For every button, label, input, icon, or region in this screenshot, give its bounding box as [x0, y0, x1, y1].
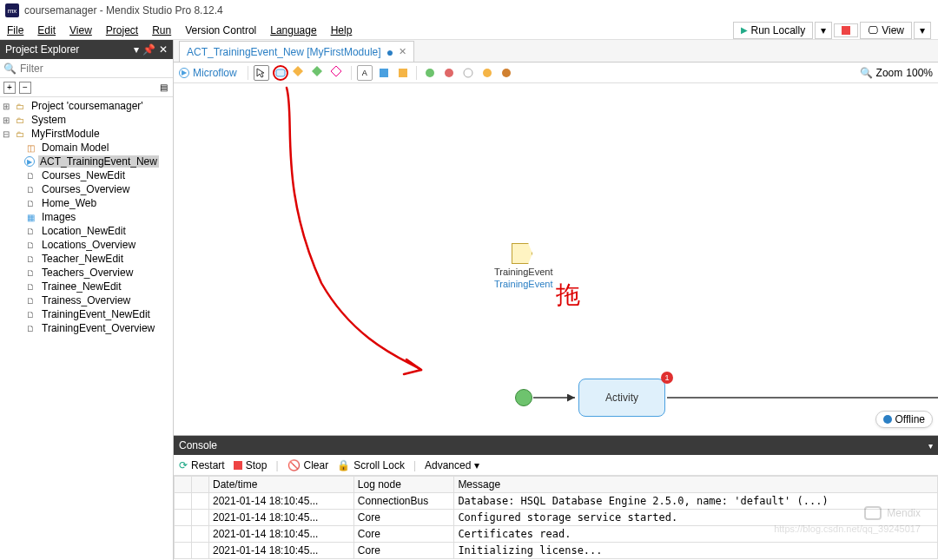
console-restart-button[interactable]: ⟳Restart [179, 459, 225, 471]
menu-project[interactable]: Project [99, 23, 145, 38]
offline-dot-icon [883, 415, 892, 424]
console-row[interactable]: 2021-01-14 18:10:45...CoreConfigured sto… [175, 510, 938, 526]
tool-merge[interactable] [330, 65, 346, 81]
tree-item-teacher-newedit[interactable]: 🗋Teacher_NewEdit [0, 252, 173, 266]
tree-item-myfirstmodule[interactable]: ⊟🗀MyFirstModule [0, 127, 173, 141]
console-clear-button[interactable]: 🚫Clear [287, 459, 329, 471]
search-icon: 🔍 [3, 63, 17, 75]
tree-item-home-web[interactable]: 🗋Home_Web [0, 196, 173, 210]
microflow-label: Microflow [193, 67, 237, 79]
menu-view[interactable]: View [63, 23, 99, 38]
tree-options-button[interactable]: ▤ [157, 82, 169, 94]
tree-item-courses-overview[interactable]: 🗋Courses_Overview [0, 182, 173, 196]
tree-toggle-icon[interactable]: ⊟ [2, 129, 10, 139]
parameter-shape[interactable] [512, 243, 532, 264]
close-tab-icon[interactable]: ✕ [399, 46, 406, 57]
explorer-header: Project Explorer ▾ 📌 ✕ [0, 40, 173, 59]
svg-point-10 [502, 69, 511, 77]
tool-end-event[interactable] [441, 65, 457, 81]
menu-help[interactable]: Help [324, 23, 360, 38]
tool-continue-event[interactable] [479, 65, 495, 81]
page-icon: 🗋 [24, 253, 36, 265]
tree-item-system[interactable]: ⊞🗀System [0, 113, 173, 127]
expand-all-button[interactable]: + [3, 82, 16, 94]
tree-item-trainee-newedit[interactable]: 🗋Trainee_NewEdit [0, 280, 173, 293]
menu-run[interactable]: Run [145, 23, 178, 38]
close-icon[interactable]: ✕ [159, 43, 168, 56]
page-icon: 🗋 [24, 239, 36, 251]
offline-pill[interactable]: Offline [875, 411, 933, 428]
tree-toggle-icon[interactable]: ⊞ [2, 102, 10, 111]
dirty-indicator-icon: ● [386, 45, 393, 59]
svg-point-7 [445, 69, 453, 77]
tree-toggle-icon[interactable]: ⊞ [2, 115, 10, 125]
tree-item-label: Trainess_Overview [40, 294, 132, 306]
tree-item-locations-overview[interactable]: 🗋Locations_Overview [0, 238, 173, 252]
tab-act-trainingevent-new[interactable]: ACT_TrainingEvent_New [MyFirstModule] ● … [179, 41, 414, 62]
page-icon: 🗋 [24, 294, 36, 306]
stop-run-button[interactable] [834, 23, 858, 37]
page-icon: 🗋 [24, 183, 36, 195]
collapse-all-button[interactable]: − [19, 82, 31, 94]
tool-error-event[interactable] [460, 65, 476, 81]
tool-decision-green[interactable] [311, 65, 327, 81]
error-badge[interactable]: 1 [661, 372, 673, 384]
tool-decision-orange[interactable] [292, 65, 307, 81]
chevron-down-icon[interactable]: ▾ [134, 43, 139, 56]
tree-item-project-coursemanager-[interactable]: ⊞🗀Project 'coursemanager' [0, 99, 173, 113]
restart-icon: ⟳ [179, 459, 188, 471]
folder-icon: 🗀 [14, 100, 26, 112]
activity-node[interactable]: Activity [578, 379, 665, 417]
console-col-icon2 [192, 477, 209, 493]
tool-start-event[interactable] [422, 65, 438, 81]
monitor-icon: 🖵 [868, 24, 878, 36]
view-app-dropdown[interactable]: ▾ [914, 22, 931, 39]
console-advanced-dropdown[interactable]: Advanced ▾ [425, 459, 479, 471]
project-explorer-panel: Project Explorer ▾ 📌 ✕ 🔍 + − ▤ ⊞🗀Project… [0, 40, 174, 560]
console-col-lognode[interactable]: Log node [353, 477, 454, 493]
tree-item-trainingevent-overview[interactable]: 🗋TrainingEvent_Overview [0, 321, 173, 335]
console-scroll-lock-button[interactable]: 🔒Scroll Lock [337, 459, 405, 471]
page-icon: 🗋 [24, 225, 36, 237]
zoom-value[interactable]: 100% [906, 67, 933, 79]
play-icon: ▶ [741, 25, 748, 35]
tree-item-teachers-overview[interactable]: 🗋Teachers_Overview [0, 266, 173, 280]
console-col-message[interactable]: Message [454, 477, 938, 493]
tree-item-trainingevent-newedit[interactable]: 🗋TrainingEvent_NewEdit [0, 307, 173, 321]
run-locally-dropdown[interactable]: ▾ [815, 22, 832, 39]
tool-param-blue[interactable] [376, 65, 392, 81]
tool-annotation[interactable]: A [357, 65, 373, 81]
console-row[interactable]: 2021-01-14 18:10:45...CoreCertificates r… [175, 526, 938, 543]
menu-edit[interactable]: Edit [30, 23, 63, 38]
console-row[interactable]: 2021-01-14 18:10:45...CoreInitializing l… [175, 543, 938, 559]
svg-rect-0 [276, 69, 285, 76]
view-app-button[interactable]: 🖵View [860, 22, 912, 39]
microflow-canvas[interactable]: TrainingEvent TrainingEvent Activity 1 拖… [174, 83, 938, 435]
tool-activity[interactable] [273, 65, 288, 81]
menu-language[interactable]: Language [263, 23, 323, 38]
zoom-label: Zoom [876, 67, 903, 79]
tree-item-location-newedit[interactable]: 🗋Location_NewEdit [0, 224, 173, 238]
console-col-datetime[interactable]: Date/time [209, 477, 354, 493]
pin-icon[interactable]: 📌 [142, 43, 155, 56]
menu-file[interactable]: File [0, 23, 30, 38]
tool-param-orange[interactable] [395, 65, 411, 81]
menu-version-control[interactable]: Version Control [178, 23, 263, 38]
console-table[interactable]: Date/time Log node Message 2021-01-14 18… [174, 476, 938, 560]
run-locally-button[interactable]: ▶Run Locally [733, 22, 814, 39]
start-event[interactable] [515, 389, 532, 406]
console-row[interactable]: 2021-01-14 18:10:45...ConnectionBusDatab… [175, 493, 938, 510]
tree-item-images[interactable]: ▦Images [0, 210, 173, 224]
tree-item-act-trainingevent-new[interactable]: ▶ACT_TrainingEvent_New [0, 155, 173, 168]
filter-input[interactable] [20, 63, 169, 75]
tree-item-courses-newedit[interactable]: 🗋Courses_NewEdit [0, 168, 173, 182]
tree-item-trainess-overview[interactable]: 🗋Trainess_Overview [0, 293, 173, 307]
tool-break-event[interactable] [499, 65, 514, 81]
page-icon: 🗋 [24, 267, 36, 279]
tree-item-domain-model[interactable]: ◫Domain Model [0, 141, 173, 155]
tree-item-label: System [30, 114, 68, 126]
zoom-icon[interactable]: 🔍 [860, 67, 873, 79]
console-stop-button[interactable]: Stop [234, 459, 268, 471]
tool-pointer[interactable] [254, 65, 269, 81]
console-collapse-icon[interactable]: ▾ [928, 441, 933, 451]
